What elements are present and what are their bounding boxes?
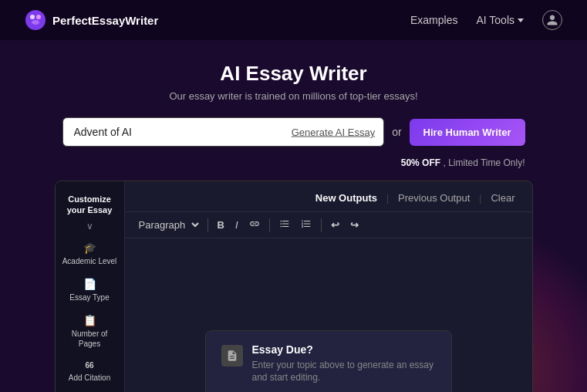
sidebar-header: Customize your Essay: [56, 189, 124, 221]
editor-toolbar: Paragraph B I: [125, 212, 532, 238]
paragraph-select[interactable]: Paragraph: [133, 217, 201, 233]
discount-bold: 50% OFF: [401, 157, 440, 168]
hire-human-writer-button[interactable]: Hire Human Writer: [410, 119, 525, 146]
sidebar: Customize your Essay ∨ 🎓 Academic Level …: [56, 181, 125, 392]
navbar: PerfectEssayWriter Examples AI Tools: [0, 0, 587, 40]
editor-body[interactable]: Essay Due? Enter your topic above to gen…: [125, 238, 532, 392]
tab-previous-output[interactable]: Previous Output: [392, 189, 476, 207]
ai-tools-button[interactable]: AI Tools: [476, 14, 524, 26]
italic-button[interactable]: I: [232, 218, 241, 232]
search-input-wrap: Generate AI Essay: [62, 117, 385, 147]
user-icon[interactable]: [542, 10, 562, 30]
editor-right: New Outputs | Previous Output | Clear Pa…: [125, 181, 532, 392]
bullet-list-button[interactable]: [276, 217, 293, 233]
toolbar-divider-3: [321, 218, 322, 232]
main-content: AI Essay Writer Our essay writer is trai…: [0, 40, 587, 392]
sidebar-item-essay-type[interactable]: 📄 Essay Type: [56, 272, 124, 309]
logo-icon: [25, 9, 46, 31]
page-title: AI Essay Writer: [220, 62, 366, 86]
essay-type-icon: 📄: [83, 279, 96, 289]
logo-text: PerfectEssayWriter: [52, 14, 158, 27]
number-of-pages-icon: 📋: [83, 315, 96, 326]
tab-divider-1: |: [386, 193, 389, 204]
toolbar-divider-2: [269, 218, 270, 232]
or-separator: or: [392, 126, 401, 138]
sidebar-item-add-citation[interactable]: 66 Add Citation: [56, 355, 124, 389]
chevron-down-icon: [518, 19, 524, 22]
redo-button[interactable]: ↪: [347, 218, 362, 232]
examples-link[interactable]: Examples: [410, 14, 457, 26]
citation-badge: 66: [85, 361, 93, 370]
sidebar-item-number-of-pages[interactable]: 📋 Number of Pages: [56, 309, 124, 355]
sidebar-item-special-instructions[interactable]: ✨ Special Instructions: [56, 389, 124, 392]
search-row: Generate AI Essay or Hire Human Writer: [62, 117, 525, 147]
svg-point-3: [32, 20, 39, 25]
toolbar-divider-1: [207, 218, 208, 232]
essay-due-card: Essay Due? Enter your topic above to gen…: [205, 330, 452, 393]
editor-tabs: New Outputs | Previous Output | Clear: [125, 181, 532, 212]
svg-point-2: [36, 15, 41, 19]
essay-due-icon: [221, 345, 243, 367]
sidebar-collapse-icon[interactable]: ∨: [56, 221, 124, 231]
essay-type-label: Essay Type: [69, 292, 110, 302]
academic-level-icon: 🎓: [83, 242, 96, 253]
essay-due-content: Essay Due? Enter your topic above to gen…: [252, 343, 436, 385]
discount-area: 50% OFF , Limited Time Only!: [62, 157, 525, 168]
ordered-list-button[interactable]: [298, 217, 315, 233]
essay-due-description: Enter your topic above to generate an es…: [252, 359, 436, 385]
tab-new-outputs[interactable]: New Outputs: [309, 189, 383, 207]
add-citation-label: Add Citation: [69, 373, 110, 383]
link-button[interactable]: [246, 217, 263, 233]
navbar-right: Examples AI Tools: [410, 10, 562, 30]
sidebar-item-academic-level[interactable]: 🎓 Academic Level: [56, 236, 124, 272]
number-of-pages-label: Number of Pages: [60, 329, 120, 349]
tab-divider-2: |: [479, 193, 481, 204]
page-subtitle: Our essay writer is trained on millions …: [169, 90, 417, 102]
essay-due-title: Essay Due?: [252, 343, 436, 356]
academic-level-label: Academic Level: [62, 256, 117, 266]
bold-button[interactable]: B: [214, 218, 228, 232]
discount-label: , Limited Time Only!: [443, 157, 525, 168]
ai-tools-label: AI Tools: [476, 14, 514, 26]
editor-container: Customize your Essay ∨ 🎓 Academic Level …: [55, 181, 533, 392]
generate-ai-essay-button[interactable]: Generate AI Essay: [284, 122, 383, 143]
tab-clear[interactable]: Clear: [484, 189, 521, 207]
svg-point-1: [30, 15, 35, 19]
undo-button[interactable]: ↩: [328, 218, 342, 232]
navbar-left: PerfectEssayWriter: [25, 9, 158, 31]
